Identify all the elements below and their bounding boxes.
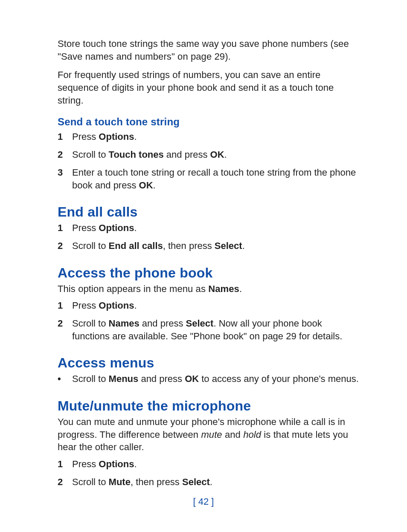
italic: hold: [243, 429, 261, 440]
step-number: 2: [58, 476, 72, 489]
list-item: 2 Scroll to Mute, then press Select.: [58, 476, 360, 489]
phonebook-intro: This option appears in the menu as Names…: [58, 283, 360, 295]
heading-end-all-calls: End all calls: [58, 204, 360, 220]
text: Scroll to: [72, 318, 109, 329]
text: .: [134, 131, 137, 142]
steps-end-all-calls: 1 Press Options. 2 Scroll to End all cal…: [58, 222, 360, 252]
list-item: 2 Scroll to End all calls, then press Se…: [58, 240, 360, 252]
heading-access-menus: Access menus: [58, 355, 360, 371]
step-number: 2: [58, 240, 72, 252]
step-text: Press Options.: [72, 130, 360, 143]
list-item: 2 Scroll to Touch tones and press OK.: [58, 148, 360, 161]
list-item: 1 Press Options.: [58, 130, 360, 143]
step-text: Press Options.: [72, 458, 360, 471]
document-page: Store touch tone strings the same way yo…: [0, 0, 407, 532]
list-item: 1 Press Options.: [58, 222, 360, 234]
step-number: 1: [58, 299, 72, 312]
text: Scroll to: [72, 149, 109, 160]
text: Scroll to: [72, 240, 109, 251]
bold: Names: [109, 318, 140, 329]
text: This option appears in the menu as: [58, 283, 208, 294]
bold: End all calls: [109, 240, 163, 251]
text: Scroll to: [72, 477, 109, 487]
step-number: 1: [58, 458, 72, 471]
text: .: [153, 180, 156, 191]
text: .: [134, 459, 137, 469]
text: For frequently used strings of numbers, …: [58, 69, 334, 105]
steps-access-phone-book: 1 Press Options. 2 Scroll to Names and p…: [58, 299, 360, 342]
bold: Menus: [109, 373, 139, 384]
step-text: Enter a touch tone string or recall a to…: [72, 166, 360, 191]
step-number: 1: [58, 222, 72, 234]
page-number: [ 42 ]: [0, 496, 407, 507]
bold: Options: [99, 300, 134, 311]
bold: Select: [215, 240, 242, 251]
mute-intro: You can mute and unmute your phone's mic…: [58, 416, 360, 454]
text: .: [134, 223, 137, 233]
bold: Options: [99, 131, 134, 142]
bold: Select: [186, 318, 214, 329]
intro-paragraph-2: For frequently used strings of numbers, …: [58, 69, 360, 107]
steps-mute-unmute: 1 Press Options. 2 Scroll to Mute, then …: [58, 458, 360, 488]
intro-paragraph-1: Store touch tone strings the same way yo…: [58, 38, 360, 63]
step-text: Scroll to Touch tones and press OK.: [72, 148, 360, 161]
list-item: 1 Press Options.: [58, 458, 360, 471]
text: Press: [72, 300, 99, 311]
bullet-text: Scroll to Menus and press OK to access a…: [72, 373, 359, 385]
step-number: 3: [58, 166, 72, 179]
bullet-dot: •: [58, 373, 72, 385]
bold: OK: [210, 149, 224, 160]
list-item: 3 Enter a touch tone string or recall a …: [58, 166, 360, 191]
list-item: 2 Scroll to Names and press Select. Now …: [58, 317, 360, 342]
heading-send-touch-tone: Send a touch tone string: [58, 116, 360, 128]
text: Press: [72, 223, 99, 233]
bold: Mute: [109, 477, 131, 487]
text: Press: [72, 131, 99, 142]
list-item: 1 Press Options.: [58, 299, 360, 312]
text: , then press: [163, 240, 215, 251]
text: , then press: [131, 477, 182, 487]
step-number: 2: [58, 317, 72, 330]
text: Enter a touch tone string or recall a to…: [72, 167, 356, 191]
text: .: [210, 477, 212, 487]
bold: Touch tones: [109, 149, 164, 160]
bold: Options: [99, 223, 134, 233]
steps-send-touch-tone: 1 Press Options. 2 Scroll to Touch tones…: [58, 130, 360, 191]
italic: mute: [201, 429, 222, 440]
text: and: [222, 429, 243, 440]
step-text: Scroll to Names and press Select. Now al…: [72, 317, 360, 342]
bold: Options: [99, 459, 134, 469]
text: Scroll to: [72, 373, 109, 384]
bold: Select: [182, 477, 210, 487]
text: and press: [140, 318, 186, 329]
bold: Names: [208, 283, 239, 294]
text: .: [134, 300, 137, 311]
text: and press: [138, 373, 185, 384]
step-number: 1: [58, 130, 72, 143]
bold: OK: [139, 180, 153, 191]
step-number: 2: [58, 148, 72, 161]
text: .: [224, 149, 227, 160]
step-text: Scroll to Mute, then press Select.: [72, 476, 360, 489]
heading-access-phone-book: Access the phone book: [58, 265, 360, 281]
bullets-access-menus: • Scroll to Menus and press OK to access…: [58, 373, 360, 385]
text: and press: [164, 149, 210, 160]
text: .: [242, 240, 245, 251]
text: to access any of your phone's menus.: [199, 373, 359, 384]
text: Store touch tone strings the same way yo…: [58, 38, 349, 62]
step-text: Press Options.: [72, 222, 360, 234]
text: Press: [72, 459, 99, 469]
heading-mute-unmute: Mute/unmute the microphone: [58, 398, 360, 414]
step-text: Press Options.: [72, 299, 360, 312]
list-item: • Scroll to Menus and press OK to access…: [58, 373, 360, 385]
text: .: [239, 283, 242, 294]
bold: OK: [185, 373, 199, 384]
step-text: Scroll to End all calls, then press Sele…: [72, 240, 360, 252]
